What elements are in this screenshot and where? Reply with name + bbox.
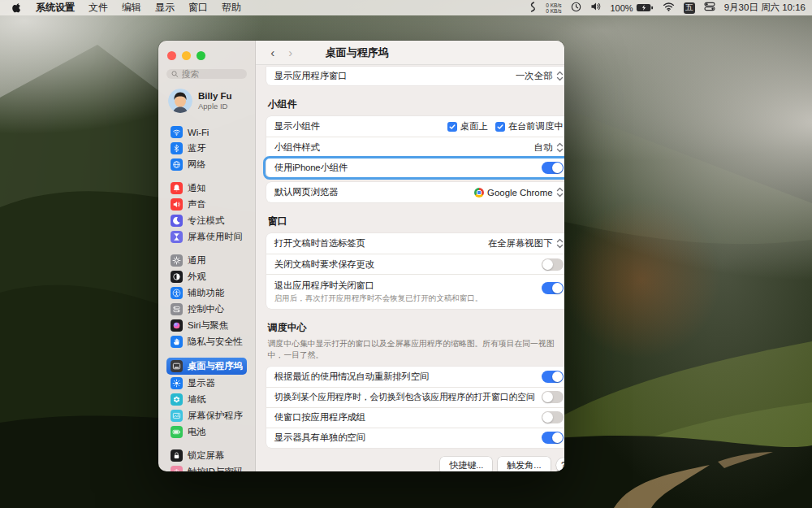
checkbox-in-stage-manager[interactable]: 在台前调度中 [495, 120, 564, 132]
sidebar-group-network: Wi-Fi 蓝牙 网络 [166, 124, 247, 172]
auto-rearrange-toggle[interactable] [542, 371, 564, 383]
volume-icon[interactable] [590, 2, 602, 14]
default-browser-dropdown[interactable]: Google Chrome [474, 187, 563, 198]
forward-button[interactable]: › [285, 46, 296, 59]
close-on-quit-description: 启用后，再次打开应用程序时不会恢复已打开的文稿和窗口。 [274, 293, 483, 303]
battery-indicator[interactable]: 100% [611, 3, 654, 13]
status-app-icon[interactable] [528, 2, 537, 15]
system-settings-window: Billy Fu Apple ID Wi-Fi 蓝牙 网络 通知 [158, 41, 564, 471]
sidebar-item-siri[interactable]: Siri与聚焦 [166, 318, 247, 333]
row-show-widgets: 显示小组件 桌面上 在台前调度中 [266, 116, 564, 137]
sidebar-group-alerts: 通知 声音 专注模式 屏幕使用时间 [166, 180, 247, 245]
appearance-icon [171, 271, 183, 283]
app-windows-dropdown[interactable]: 一次全部 [516, 70, 564, 82]
sidebar-item-focus[interactable]: 专注模式 [166, 213, 247, 228]
iphone-widgets-toggle[interactable] [542, 162, 564, 174]
brightness-icon [171, 377, 183, 389]
sidebar-item-wifi[interactable]: Wi-Fi [166, 124, 247, 140]
speaker-icon [171, 198, 183, 211]
menu-view[interactable]: 显示 [155, 1, 175, 15]
menu-file[interactable]: 文件 [89, 1, 108, 15]
menu-bar: 系统设置 文件 编辑 显示 窗口 帮助 0 KB/s 0 KB/s 100% 五 [0, 0, 812, 15]
input-method-icon[interactable]: 五 [684, 2, 695, 14]
ask-save-toggle[interactable] [542, 258, 564, 271]
sidebar-item-desktop-dock[interactable]: 桌面与程序坞 [166, 358, 247, 375]
sidebar-item-lock-screen[interactable]: 锁定屏幕 [166, 448, 247, 463]
sidebar-item-general[interactable]: 通用 [166, 253, 247, 268]
menubar-datetime[interactable]: 9月30日 周六 10:16 [724, 2, 806, 14]
gear-icon [171, 254, 183, 267]
hourglass-icon [171, 231, 183, 243]
sidebar-item-screensaver[interactable]: 屏幕保护程序 [166, 408, 247, 423]
sidebar: Billy Fu Apple ID Wi-Fi 蓝牙 网络 通知 [158, 41, 256, 471]
battery-icon [171, 426, 183, 438]
sidebar-group-security: 锁定屏幕 触控ID与密码 [166, 448, 247, 471]
dock-icon [171, 360, 183, 372]
profile-item[interactable]: Billy Fu Apple ID [168, 89, 247, 113]
network-speed-indicator[interactable]: 0 KB/s 0 KB/s [546, 2, 561, 14]
settings-scroll-area[interactable]: 显示应用程序窗口 一次全部 小组件 显示小组件 [256, 65, 564, 471]
sidebar-item-accessibility[interactable]: 辅助功能 [166, 285, 247, 301]
back-button[interactable]: ‹ [267, 46, 279, 59]
chrome-icon [474, 188, 484, 198]
chevron-updown-icon [556, 71, 564, 81]
screensaver-icon [171, 410, 183, 422]
menu-help[interactable]: 帮助 [222, 1, 241, 15]
search-input[interactable] [182, 69, 242, 79]
close-on-quit-toggle[interactable] [542, 282, 564, 294]
sidebar-item-network[interactable]: 网络 [166, 157, 247, 172]
mission-control-description: 调度中心集中显示打开的窗口以及全屏幕应用程序的缩略图。所有项目在同一视图中，一目… [268, 338, 564, 360]
wifi-status-icon[interactable] [663, 2, 675, 14]
switch-to-space-toggle[interactable] [542, 391, 564, 403]
sidebar-group-general: 通用 外观 辅助功能 控制中心 Siri与聚焦 隐私与安全性 [166, 253, 247, 350]
sidebar-item-wallpaper[interactable]: 墙纸 [166, 392, 247, 407]
close-window-button[interactable] [167, 51, 176, 60]
menu-window[interactable]: 窗口 [188, 1, 208, 15]
avatar [168, 89, 192, 113]
sidebar-item-displays[interactable]: 显示器 [166, 376, 247, 391]
hot-corners-button[interactable]: 触发角... [498, 457, 550, 471]
sidebar-item-appearance[interactable]: 外观 [166, 269, 247, 284]
prefer-tabs-dropdown[interactable]: 在全屏幕视图下 [488, 237, 564, 250]
checkbox-on-desktop[interactable]: 桌面上 [447, 120, 488, 132]
shortcuts-button[interactable]: 快捷键... [440, 457, 492, 471]
row-ask-save: 关闭文稿时要求保存更改 [266, 254, 564, 274]
search-icon [171, 70, 179, 78]
sidebar-item-notifications[interactable]: 通知 [166, 180, 247, 196]
sidebar-item-touchid[interactable]: 触控ID与密码 [166, 464, 247, 471]
footer-buttons: 快捷键... 触发角... ? [266, 457, 564, 471]
sidebar-item-sound[interactable]: 声音 [166, 197, 247, 212]
lock-icon [171, 449, 183, 462]
profile-subtitle: Apple ID [198, 102, 232, 111]
group-windows-toggle[interactable] [542, 411, 564, 423]
group-widgets: 显示小组件 桌面上 在台前调度中 小组件样式 [266, 116, 564, 177]
sidebar-group-desktop: 桌面与程序坞 显示器 墙纸 屏幕保护程序 电池 [166, 358, 247, 440]
sidebar-search[interactable] [166, 69, 247, 79]
window-controls [166, 41, 247, 65]
row-auto-rearrange-spaces: 根据最近的使用情况自动重新排列空间 [266, 367, 564, 387]
displays-separate-spaces-toggle[interactable] [542, 432, 564, 444]
accessibility-icon [171, 287, 183, 299]
row-group-windows: 使窗口按应用程序成组 [266, 407, 564, 428]
sidebar-item-control-center[interactable]: 控制中心 [166, 302, 247, 317]
minimize-window-button[interactable] [182, 51, 191, 60]
clock-status-icon[interactable] [571, 2, 581, 15]
control-center-icon[interactable] [704, 2, 715, 14]
menu-app-name[interactable]: 系统设置 [36, 1, 75, 15]
fingerprint-icon [171, 466, 183, 471]
siri-icon [171, 319, 183, 332]
sidebar-item-screen-time[interactable]: 屏幕使用时间 [166, 229, 247, 245]
group-app-windows: 显示应用程序窗口 一次全部 [266, 67, 564, 85]
row-show-app-windows: 显示应用程序窗口 一次全部 [266, 67, 564, 85]
bluetooth-icon [171, 142, 183, 154]
zoom-window-button[interactable] [197, 51, 205, 60]
widget-style-dropdown[interactable]: 自动 [534, 141, 564, 154]
sidebar-item-battery[interactable]: 电池 [166, 424, 247, 440]
checkbox-checked-icon [447, 122, 457, 132]
sidebar-item-privacy[interactable]: 隐私与安全性 [166, 334, 247, 350]
row-iphone-widgets: 使用iPhone小组件 [266, 157, 564, 177]
apple-menu-icon[interactable] [11, 2, 22, 14]
menu-edit[interactable]: 编辑 [122, 1, 141, 15]
row-default-browser: 默认网页浏览器 Google Chrome [266, 182, 564, 202]
sidebar-item-bluetooth[interactable]: 蓝牙 [166, 141, 247, 156]
